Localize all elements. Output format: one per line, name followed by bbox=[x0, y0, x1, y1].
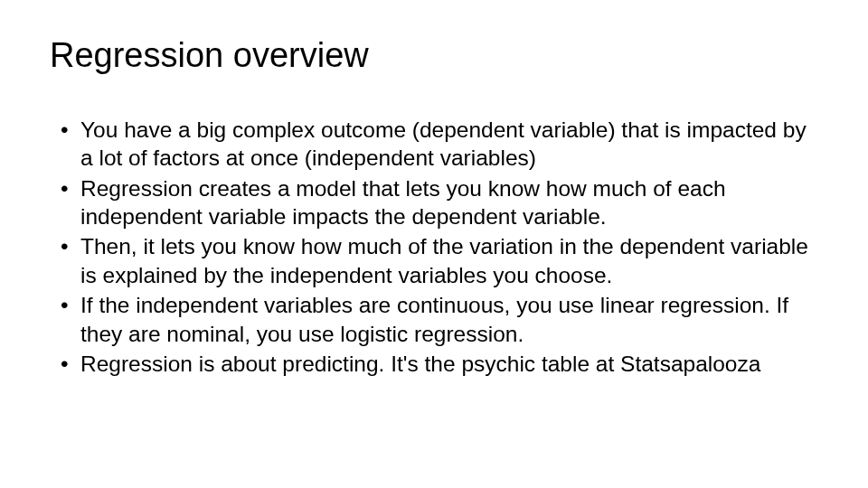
bullet-item: You have a big complex outcome (dependen… bbox=[61, 116, 818, 173]
bullet-list: You have a big complex outcome (dependen… bbox=[50, 116, 818, 378]
bullet-item: Regression is about predicting. It's the… bbox=[61, 350, 818, 378]
bullet-item: If the independent variables are continu… bbox=[61, 291, 818, 348]
bullet-item: Then, it lets you know how much of the v… bbox=[61, 232, 818, 289]
slide-title: Regression overview bbox=[50, 36, 818, 75]
bullet-item: Regression creates a model that lets you… bbox=[61, 174, 818, 231]
